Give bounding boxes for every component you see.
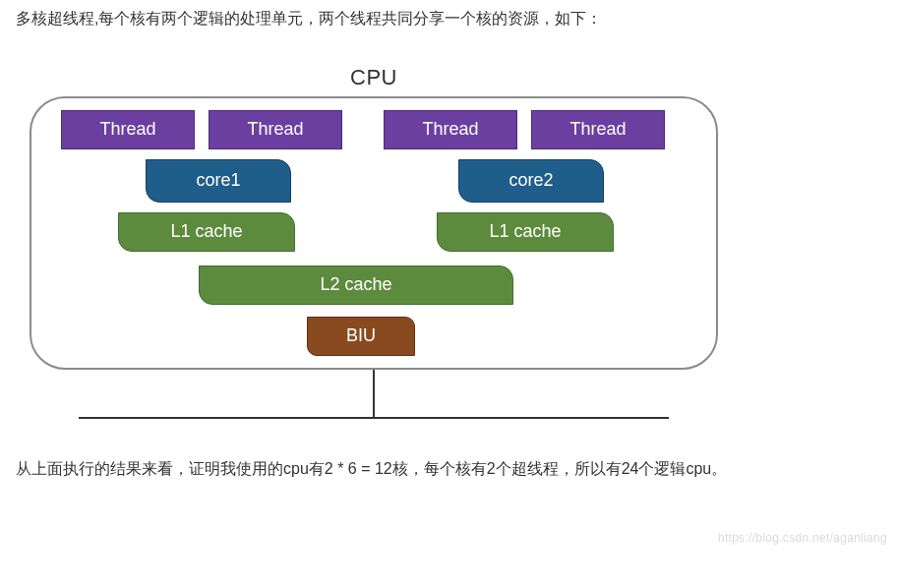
horizontal-line (79, 417, 669, 419)
bus-connector (79, 370, 669, 419)
thread-box: Thread (61, 110, 195, 149)
cpu-container: Thread Thread Thread Thread core1 core2 … (30, 96, 718, 370)
thread-box: Thread (384, 110, 517, 149)
watermark-text: https://blog.csdn.net/aganliang (718, 531, 887, 545)
vertical-line (373, 370, 375, 417)
outro-paragraph: 从上面执行的结果来看，证明我使用的cpu有2 * 6 = 12核，每个核有2个超… (16, 456, 881, 482)
l1-row: L1 cache L1 cache (61, 212, 687, 252)
thread-box: Thread (209, 110, 342, 149)
core2-box: core2 (458, 159, 604, 203)
thread-box: Thread (531, 110, 665, 149)
intro-paragraph: 多核超线程,每个核有两个逻辑的处理单元，两个线程共同分享一个核的资源，如下： (16, 6, 881, 31)
biu-row: BIU (61, 317, 687, 356)
thread-group-left: Thread Thread (61, 110, 342, 149)
cpu-diagram: CPU Thread Thread Thread Thread core1 co… (30, 65, 718, 370)
core1-box: core1 (146, 159, 291, 203)
core-row: core1 core2 (61, 159, 687, 203)
l1-cache-box: L1 cache (118, 212, 295, 252)
l1-cache-box: L1 cache (437, 212, 614, 252)
thread-row: Thread Thread Thread Thread (61, 110, 687, 149)
biu-box: BIU (307, 317, 415, 356)
l2-cache-box: L2 cache (199, 265, 513, 305)
thread-group-right: Thread Thread (384, 110, 665, 149)
cpu-title: CPU (30, 65, 718, 90)
l2-row: L2 cache (61, 265, 687, 305)
